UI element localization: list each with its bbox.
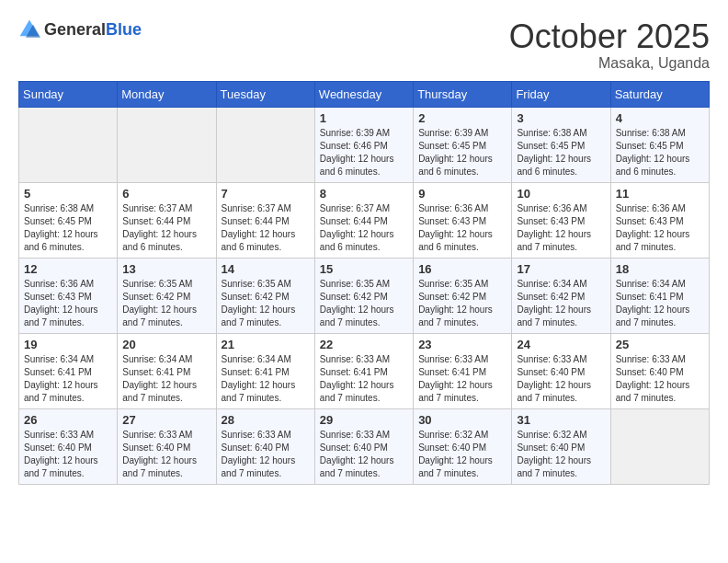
day-info: Sunrise: 6:33 AMSunset: 6:40 PMDaylight:… [222, 429, 310, 480]
day-number: 20 [122, 338, 210, 351]
day-number: 23 [418, 338, 506, 351]
day-number: 9 [418, 187, 506, 201]
day-number: 7 [222, 187, 310, 201]
calendar-cell: 27Sunrise: 6:33 AMSunset: 6:40 PMDayligh… [118, 408, 216, 484]
day-number: 22 [320, 338, 408, 351]
day-info: Sunrise: 6:33 AMSunset: 6:40 PMDaylight:… [616, 353, 704, 405]
calendar-cell: 25Sunrise: 6:33 AMSunset: 6:40 PMDayligh… [610, 333, 709, 408]
calendar-cell [610, 408, 709, 484]
day-number: 12 [24, 262, 112, 276]
calendar-cell: 29Sunrise: 6:33 AMSunset: 6:40 PMDayligh… [314, 408, 413, 484]
calendar-cell: 9Sunrise: 6:36 AMSunset: 6:43 PMDaylight… [414, 182, 512, 258]
calendar-cell: 1Sunrise: 6:39 AMSunset: 6:46 PMDaylight… [314, 107, 413, 182]
day-info: Sunrise: 6:38 AMSunset: 6:45 PMDaylight:… [517, 127, 605, 178]
calendar-cell: 11Sunrise: 6:36 AMSunset: 6:43 PMDayligh… [610, 182, 709, 258]
day-info: Sunrise: 6:35 AMSunset: 6:42 PMDaylight:… [320, 278, 408, 329]
calendar-cell: 6Sunrise: 6:37 AMSunset: 6:44 PMDaylight… [118, 182, 216, 258]
weekday-header-row: SundayMondayTuesdayWednesdayThursdayFrid… [19, 81, 710, 107]
week-row-1: 1Sunrise: 6:39 AMSunset: 6:46 PMDaylight… [19, 107, 710, 182]
day-number: 27 [122, 413, 210, 427]
calendar-cell: 31Sunrise: 6:32 AMSunset: 6:40 PMDayligh… [512, 408, 610, 484]
day-number: 14 [222, 262, 310, 276]
day-number: 31 [517, 413, 605, 427]
day-number: 15 [320, 262, 408, 276]
day-number: 1 [320, 111, 408, 125]
day-info: Sunrise: 6:39 AMSunset: 6:46 PMDaylight:… [320, 127, 408, 178]
calendar-cell: 23Sunrise: 6:33 AMSunset: 6:41 PMDayligh… [414, 333, 512, 408]
weekday-header-friday: Friday [512, 81, 610, 107]
day-number: 4 [616, 111, 704, 125]
day-info: Sunrise: 6:36 AMSunset: 6:43 PMDaylight:… [616, 202, 704, 254]
day-info: Sunrise: 6:38 AMSunset: 6:45 PMDaylight:… [616, 127, 704, 178]
day-info: Sunrise: 6:37 AMSunset: 6:44 PMDaylight:… [320, 202, 408, 254]
calendar-cell: 21Sunrise: 6:34 AMSunset: 6:41 PMDayligh… [216, 333, 314, 408]
calendar-cell [118, 107, 216, 182]
calendar-cell: 15Sunrise: 6:35 AMSunset: 6:42 PMDayligh… [314, 258, 413, 333]
day-number: 25 [616, 338, 704, 351]
week-row-4: 19Sunrise: 6:34 AMSunset: 6:41 PMDayligh… [19, 333, 710, 408]
day-info: Sunrise: 6:32 AMSunset: 6:40 PMDaylight:… [418, 429, 506, 480]
logo-icon [18, 18, 40, 40]
day-number: 29 [320, 413, 408, 427]
calendar-cell: 2Sunrise: 6:39 AMSunset: 6:45 PMDaylight… [414, 107, 512, 182]
calendar-cell [216, 107, 314, 182]
day-number: 17 [517, 262, 605, 276]
calendar-cell: 8Sunrise: 6:37 AMSunset: 6:44 PMDaylight… [314, 182, 413, 258]
calendar-cell: 3Sunrise: 6:38 AMSunset: 6:45 PMDaylight… [512, 107, 610, 182]
calendar-cell: 26Sunrise: 6:33 AMSunset: 6:40 PMDayligh… [19, 408, 118, 484]
calendar-cell: 5Sunrise: 6:38 AMSunset: 6:45 PMDaylight… [19, 182, 118, 258]
calendar-cell: 16Sunrise: 6:35 AMSunset: 6:42 PMDayligh… [414, 258, 512, 333]
week-row-3: 12Sunrise: 6:36 AMSunset: 6:43 PMDayligh… [19, 258, 710, 333]
calendar-cell [19, 107, 118, 182]
day-info: Sunrise: 6:34 AMSunset: 6:42 PMDaylight:… [517, 278, 605, 329]
day-number: 5 [24, 187, 112, 201]
logo: GeneralBlue [18, 18, 142, 40]
day-info: Sunrise: 6:33 AMSunset: 6:40 PMDaylight:… [122, 429, 210, 480]
week-row-5: 26Sunrise: 6:33 AMSunset: 6:40 PMDayligh… [19, 408, 710, 484]
calendar: SundayMondayTuesdayWednesdayThursdayFrid… [18, 81, 710, 485]
day-number: 10 [517, 187, 605, 201]
logo-text-general: General [44, 20, 106, 39]
calendar-cell: 19Sunrise: 6:34 AMSunset: 6:41 PMDayligh… [19, 333, 118, 408]
day-info: Sunrise: 6:36 AMSunset: 6:43 PMDaylight:… [24, 278, 112, 329]
day-info: Sunrise: 6:37 AMSunset: 6:44 PMDaylight:… [122, 202, 210, 254]
calendar-cell: 24Sunrise: 6:33 AMSunset: 6:40 PMDayligh… [512, 333, 610, 408]
day-info: Sunrise: 6:34 AMSunset: 6:41 PMDaylight:… [24, 353, 112, 405]
calendar-cell: 18Sunrise: 6:34 AMSunset: 6:41 PMDayligh… [610, 258, 709, 333]
day-info: Sunrise: 6:34 AMSunset: 6:41 PMDaylight:… [616, 278, 704, 329]
day-info: Sunrise: 6:35 AMSunset: 6:42 PMDaylight:… [122, 278, 210, 329]
day-number: 19 [24, 338, 112, 351]
day-number: 11 [616, 187, 704, 201]
day-info: Sunrise: 6:33 AMSunset: 6:40 PMDaylight:… [320, 429, 408, 480]
day-number: 28 [222, 413, 310, 427]
calendar-cell: 20Sunrise: 6:34 AMSunset: 6:41 PMDayligh… [118, 333, 216, 408]
calendar-cell: 28Sunrise: 6:33 AMSunset: 6:40 PMDayligh… [216, 408, 314, 484]
day-number: 13 [122, 262, 210, 276]
day-info: Sunrise: 6:35 AMSunset: 6:42 PMDaylight:… [418, 278, 506, 329]
day-info: Sunrise: 6:33 AMSunset: 6:40 PMDaylight:… [517, 353, 605, 405]
day-info: Sunrise: 6:33 AMSunset: 6:41 PMDaylight:… [418, 353, 506, 405]
calendar-cell: 12Sunrise: 6:36 AMSunset: 6:43 PMDayligh… [19, 258, 118, 333]
calendar-cell: 22Sunrise: 6:33 AMSunset: 6:41 PMDayligh… [314, 333, 413, 408]
day-info: Sunrise: 6:38 AMSunset: 6:45 PMDaylight:… [24, 202, 112, 254]
day-info: Sunrise: 6:33 AMSunset: 6:40 PMDaylight:… [24, 429, 112, 480]
day-number: 8 [320, 187, 408, 201]
day-info: Sunrise: 6:37 AMSunset: 6:44 PMDaylight:… [222, 202, 310, 254]
calendar-cell: 17Sunrise: 6:34 AMSunset: 6:42 PMDayligh… [512, 258, 610, 333]
calendar-cell: 7Sunrise: 6:37 AMSunset: 6:44 PMDaylight… [216, 182, 314, 258]
calendar-cell: 4Sunrise: 6:38 AMSunset: 6:45 PMDaylight… [610, 107, 709, 182]
day-info: Sunrise: 6:34 AMSunset: 6:41 PMDaylight:… [122, 353, 210, 405]
weekday-header-tuesday: Tuesday [216, 81, 314, 107]
day-number: 2 [418, 111, 506, 125]
day-number: 30 [418, 413, 506, 427]
weekday-header-thursday: Thursday [414, 81, 512, 107]
logo-text-blue: Blue [106, 20, 142, 39]
week-row-2: 5Sunrise: 6:38 AMSunset: 6:45 PMDaylight… [19, 182, 710, 258]
title-block: October 2025 Masaka, Uganda [509, 18, 710, 72]
day-info: Sunrise: 6:34 AMSunset: 6:41 PMDaylight:… [222, 353, 310, 405]
day-info: Sunrise: 6:35 AMSunset: 6:42 PMDaylight:… [222, 278, 310, 329]
weekday-header-monday: Monday [118, 81, 216, 107]
day-number: 3 [517, 111, 605, 125]
day-number: 26 [24, 413, 112, 427]
month-title: October 2025 [509, 18, 710, 55]
